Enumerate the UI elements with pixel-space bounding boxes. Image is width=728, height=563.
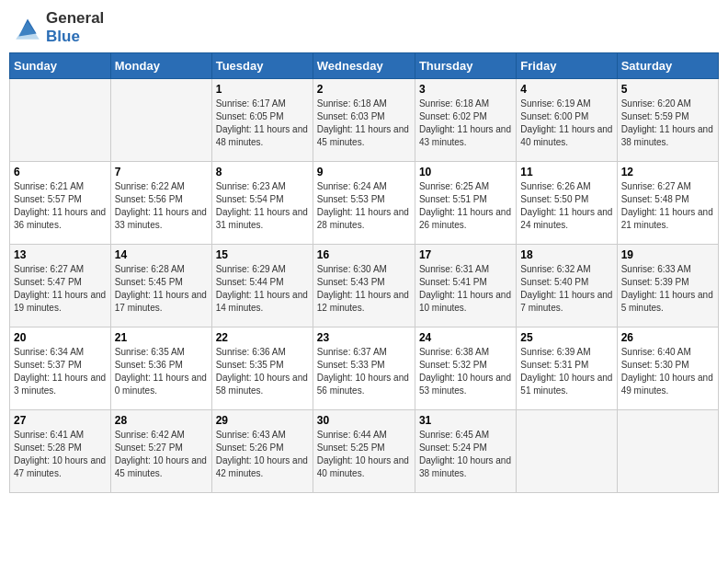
day-number: 21 (115, 331, 208, 344)
day-cell-7: 7Sunrise: 6:22 AMSunset: 5:56 PMDaylight… (110, 162, 211, 245)
day-info: Sunrise: 6:27 AMSunset: 5:47 PMDaylight:… (14, 263, 107, 315)
day-number: 29 (216, 414, 309, 427)
week-row-1: 1Sunrise: 6:17 AMSunset: 6:05 PMDaylight… (10, 79, 719, 162)
page-header: General Blue (9, 9, 719, 45)
day-number: 28 (115, 414, 208, 427)
day-info: Sunrise: 6:25 AMSunset: 5:51 PMDaylight:… (419, 180, 512, 232)
day-header-wednesday: Wednesday (313, 53, 415, 79)
day-cell-11: 11Sunrise: 6:26 AMSunset: 5:50 PMDayligh… (517, 162, 617, 245)
day-number: 22 (216, 331, 309, 344)
day-header-tuesday: Tuesday (211, 53, 313, 79)
day-info: Sunrise: 6:18 AMSunset: 6:02 PMDaylight:… (419, 98, 512, 149)
day-number: 5 (621, 83, 714, 96)
day-info: Sunrise: 6:31 AMSunset: 5:41 PMDaylight:… (419, 263, 512, 315)
day-info: Sunrise: 6:38 AMSunset: 5:32 PMDaylight:… (419, 346, 512, 397)
week-row-5: 27Sunrise: 6:41 AMSunset: 5:28 PMDayligh… (10, 410, 719, 493)
day-number: 26 (621, 331, 714, 344)
day-number: 20 (14, 331, 107, 344)
day-cell-18: 18Sunrise: 6:32 AMSunset: 5:40 PMDayligh… (517, 245, 617, 327)
day-cell-8: 8Sunrise: 6:23 AMSunset: 5:54 PMDaylight… (211, 162, 313, 245)
week-row-4: 20Sunrise: 6:34 AMSunset: 5:37 PMDayligh… (10, 327, 719, 410)
day-info: Sunrise: 6:32 AMSunset: 5:40 PMDaylight:… (520, 263, 612, 315)
day-cell-9: 9Sunrise: 6:24 AMSunset: 5:53 PMDaylight… (313, 162, 415, 245)
day-info: Sunrise: 6:43 AMSunset: 5:26 PMDaylight:… (216, 429, 309, 480)
day-cell-31: 31Sunrise: 6:45 AMSunset: 5:24 PMDayligh… (415, 410, 516, 493)
day-number: 11 (520, 166, 612, 178)
day-cell-27: 27Sunrise: 6:41 AMSunset: 5:28 PMDayligh… (10, 410, 111, 493)
day-cell-3: 3Sunrise: 6:18 AMSunset: 6:02 PMDaylight… (415, 79, 516, 162)
day-info: Sunrise: 6:26 AMSunset: 5:50 PMDaylight:… (520, 180, 612, 232)
day-info: Sunrise: 6:35 AMSunset: 5:36 PMDaylight:… (115, 346, 208, 397)
day-header-monday: Monday (110, 53, 211, 79)
day-number: 2 (317, 83, 411, 96)
day-info: Sunrise: 6:22 AMSunset: 5:56 PMDaylight:… (115, 180, 208, 232)
day-cell-5: 5Sunrise: 6:20 AMSunset: 5:59 PMDaylight… (617, 79, 718, 162)
day-cell-17: 17Sunrise: 6:31 AMSunset: 5:41 PMDayligh… (415, 245, 516, 327)
day-cell-24: 24Sunrise: 6:38 AMSunset: 5:32 PMDayligh… (415, 327, 516, 410)
day-number: 6 (14, 166, 107, 178)
day-number: 16 (317, 248, 411, 261)
day-number: 14 (115, 248, 208, 261)
day-cell-21: 21Sunrise: 6:35 AMSunset: 5:36 PMDayligh… (110, 327, 211, 410)
day-cell-12: 12Sunrise: 6:27 AMSunset: 5:48 PMDayligh… (617, 162, 718, 245)
day-info: Sunrise: 6:19 AMSunset: 6:00 PMDaylight:… (520, 98, 612, 149)
day-number: 18 (520, 248, 612, 261)
day-header-sunday: Sunday (10, 53, 111, 79)
day-cell-22: 22Sunrise: 6:36 AMSunset: 5:35 PMDayligh… (211, 327, 313, 410)
day-info: Sunrise: 6:18 AMSunset: 6:03 PMDaylight:… (317, 98, 411, 149)
day-info: Sunrise: 6:27 AMSunset: 5:48 PMDaylight:… (621, 180, 714, 232)
day-cell-10: 10Sunrise: 6:25 AMSunset: 5:51 PMDayligh… (415, 162, 516, 245)
day-cell-28: 28Sunrise: 6:42 AMSunset: 5:27 PMDayligh… (110, 410, 211, 493)
day-cell-6: 6Sunrise: 6:21 AMSunset: 5:57 PMDaylight… (10, 162, 111, 245)
day-info: Sunrise: 6:21 AMSunset: 5:57 PMDaylight:… (14, 180, 107, 232)
day-number: 23 (317, 331, 411, 344)
day-cell-25: 25Sunrise: 6:39 AMSunset: 5:31 PMDayligh… (517, 327, 617, 410)
logo-text-general: General (46, 9, 104, 28)
day-info: Sunrise: 6:23 AMSunset: 5:54 PMDaylight:… (216, 180, 309, 232)
day-number: 24 (419, 331, 512, 344)
day-number: 12 (621, 166, 714, 178)
day-cell-30: 30Sunrise: 6:44 AMSunset: 5:25 PMDayligh… (313, 410, 415, 493)
day-cell-1: 1Sunrise: 6:17 AMSunset: 6:05 PMDaylight… (211, 79, 313, 162)
day-cell-13: 13Sunrise: 6:27 AMSunset: 5:47 PMDayligh… (10, 245, 111, 327)
day-header-thursday: Thursday (415, 53, 516, 79)
day-cell-26: 26Sunrise: 6:40 AMSunset: 5:30 PMDayligh… (617, 327, 718, 410)
calendar-table: SundayMondayTuesdayWednesdayThursdayFrid… (9, 52, 719, 493)
day-info: Sunrise: 6:17 AMSunset: 6:05 PMDaylight:… (216, 98, 309, 149)
week-row-2: 6Sunrise: 6:21 AMSunset: 5:57 PMDaylight… (10, 162, 719, 245)
day-number: 10 (419, 166, 512, 178)
logo-text-blue: Blue (46, 28, 104, 46)
day-cell-4: 4Sunrise: 6:19 AMSunset: 6:00 PMDaylight… (517, 79, 617, 162)
day-info: Sunrise: 6:28 AMSunset: 5:45 PMDaylight:… (115, 263, 208, 315)
day-info: Sunrise: 6:20 AMSunset: 5:59 PMDaylight:… (621, 98, 714, 149)
day-number: 13 (14, 248, 107, 261)
day-info: Sunrise: 6:44 AMSunset: 5:25 PMDaylight:… (317, 429, 411, 480)
day-info: Sunrise: 6:36 AMSunset: 5:35 PMDaylight:… (216, 346, 309, 397)
day-cell-16: 16Sunrise: 6:30 AMSunset: 5:43 PMDayligh… (313, 245, 415, 327)
day-header-friday: Friday (517, 53, 617, 79)
day-info: Sunrise: 6:39 AMSunset: 5:31 PMDaylight:… (520, 346, 612, 397)
empty-cell (517, 410, 617, 493)
day-cell-23: 23Sunrise: 6:37 AMSunset: 5:33 PMDayligh… (313, 327, 415, 410)
logo-icon (13, 13, 42, 42)
day-info: Sunrise: 6:45 AMSunset: 5:24 PMDaylight:… (419, 429, 512, 480)
day-number: 7 (115, 166, 208, 178)
day-number: 19 (621, 248, 714, 261)
day-info: Sunrise: 6:29 AMSunset: 5:44 PMDaylight:… (216, 263, 309, 315)
day-number: 3 (419, 83, 512, 96)
day-info: Sunrise: 6:34 AMSunset: 5:37 PMDaylight:… (14, 346, 107, 397)
day-number: 8 (216, 166, 309, 178)
day-cell-2: 2Sunrise: 6:18 AMSunset: 6:03 PMDaylight… (313, 79, 415, 162)
day-cell-20: 20Sunrise: 6:34 AMSunset: 5:37 PMDayligh… (10, 327, 111, 410)
day-cell-29: 29Sunrise: 6:43 AMSunset: 5:26 PMDayligh… (211, 410, 313, 493)
day-info: Sunrise: 6:41 AMSunset: 5:28 PMDaylight:… (14, 429, 107, 480)
day-info: Sunrise: 6:30 AMSunset: 5:43 PMDaylight:… (317, 263, 411, 315)
header-row: SundayMondayTuesdayWednesdayThursdayFrid… (10, 53, 719, 79)
logo: General Blue (13, 9, 104, 45)
day-info: Sunrise: 6:42 AMSunset: 5:27 PMDaylight:… (115, 429, 208, 480)
empty-cell (10, 79, 111, 162)
day-number: 31 (419, 414, 512, 427)
day-number: 15 (216, 248, 309, 261)
week-row-3: 13Sunrise: 6:27 AMSunset: 5:47 PMDayligh… (10, 245, 719, 327)
day-info: Sunrise: 6:40 AMSunset: 5:30 PMDaylight:… (621, 346, 714, 397)
